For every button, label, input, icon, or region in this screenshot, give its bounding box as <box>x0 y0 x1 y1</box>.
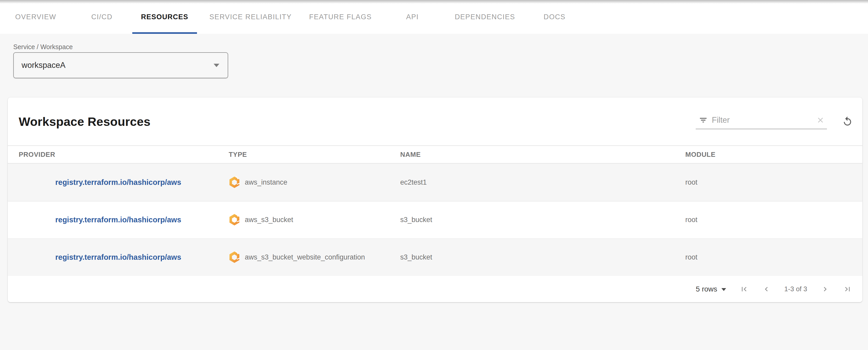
provider-cell: registry.terraform.io/hashicorp/aws <box>8 215 229 224</box>
tab-resources[interactable]: RESOURCES <box>132 0 197 34</box>
tab-dependencies[interactable]: DEPENDENCIES <box>448 0 522 34</box>
table-pagination: 5 rows 1-3 of 3 <box>8 276 862 302</box>
tab-cicd[interactable]: CI/CD <box>71 0 132 34</box>
terraform-provider-icon <box>229 251 240 263</box>
rows-per-page-value: 5 rows <box>696 285 717 293</box>
entity-tab-bar: OVERVIEW CI/CD RESOURCES SERVICE RELIABI… <box>0 0 868 34</box>
caret-down-icon <box>721 288 726 291</box>
module-cell: root <box>685 216 862 224</box>
workspace-selector-group: Service / Workspace workspaceA <box>13 43 868 78</box>
tab-label: SERVICE RELIABILITY <box>210 13 292 21</box>
filter-list-icon <box>699 116 708 124</box>
table-body: registry.terraform.io/hashicorp/aws aws_… <box>8 164 862 276</box>
name-cell: ec2test1 <box>400 178 685 186</box>
table-row: registry.terraform.io/hashicorp/aws aws_… <box>8 201 862 238</box>
workspace-select[interactable]: workspaceA <box>13 52 228 78</box>
tab-label: OVERVIEW <box>16 13 56 21</box>
provider-link[interactable]: registry.terraform.io/hashicorp/aws <box>55 178 181 186</box>
provider-link[interactable]: registry.terraform.io/hashicorp/aws <box>55 215 181 224</box>
module-cell: root <box>685 178 862 186</box>
provider-link[interactable]: registry.terraform.io/hashicorp/aws <box>55 253 181 261</box>
tab-label: DEPENDENCIES <box>455 13 515 21</box>
rows-per-page-select[interactable]: 5 rows <box>696 285 726 293</box>
provider-cell: registry.terraform.io/hashicorp/aws <box>8 178 229 187</box>
provider-cell: registry.terraform.io/hashicorp/aws <box>8 253 229 262</box>
card-title: Workspace Resources <box>19 114 696 129</box>
table-row: registry.terraform.io/hashicorp/aws aws_… <box>8 238 862 276</box>
type-label: aws_instance <box>245 178 287 186</box>
tab-label: DOCS <box>544 13 565 21</box>
refresh-icon[interactable] <box>842 116 853 127</box>
card-header: Workspace Resources <box>8 97 862 145</box>
first-page-icon[interactable] <box>740 285 748 294</box>
terraform-provider-icon <box>229 176 240 188</box>
column-header-module: MODULE <box>685 151 862 158</box>
filter-input[interactable] <box>711 115 812 125</box>
chevron-right-icon[interactable] <box>821 285 830 294</box>
name-cell: s3_bucket <box>400 253 685 261</box>
name-cell: s3_bucket <box>400 216 685 224</box>
terraform-provider-icon <box>229 213 240 226</box>
type-cell: aws_instance <box>229 176 400 188</box>
tab-label: API <box>406 13 418 21</box>
workspace-select-value: workspaceA <box>22 61 65 70</box>
column-header-type: TYPE <box>229 151 400 158</box>
column-header-name: NAME <box>400 151 685 158</box>
clear-icon[interactable] <box>816 116 825 124</box>
tab-feature-flags[interactable]: FEATURE FLAGS <box>304 0 377 34</box>
tab-label: CI/CD <box>91 13 113 21</box>
workspace-selector-label: Service / Workspace <box>13 43 868 51</box>
tab-label: FEATURE FLAGS <box>309 13 372 21</box>
workspace-resources-card: Workspace Resources PROVIDER TYPE NAME M… <box>8 97 862 302</box>
table-header-row: PROVIDER TYPE NAME MODULE <box>8 145 862 164</box>
type-label: aws_s3_bucket_website_configuration <box>245 253 365 261</box>
caret-down-icon <box>214 64 219 67</box>
table-row: registry.terraform.io/hashicorp/aws aws_… <box>8 164 862 201</box>
type-cell: aws_s3_bucket_website_configuration <box>229 251 400 263</box>
type-cell: aws_s3_bucket <box>229 213 400 226</box>
chevron-left-icon[interactable] <box>762 285 771 294</box>
tab-api[interactable]: API <box>377 0 448 34</box>
last-page-icon[interactable] <box>843 285 852 294</box>
page-range-label: 1-3 of 3 <box>784 285 807 293</box>
module-cell: root <box>685 253 862 261</box>
type-label: aws_s3_bucket <box>245 216 293 224</box>
filter-box <box>696 114 827 129</box>
resources-tab-content: Service / Workspace workspaceA Workspace… <box>0 43 868 302</box>
tab-docs[interactable]: DOCS <box>522 0 587 34</box>
tab-label: RESOURCES <box>141 13 188 21</box>
tab-service-reliability[interactable]: SERVICE RELIABILITY <box>197 0 304 34</box>
tab-overview[interactable]: OVERVIEW <box>0 0 71 34</box>
column-header-provider: PROVIDER <box>8 151 229 158</box>
